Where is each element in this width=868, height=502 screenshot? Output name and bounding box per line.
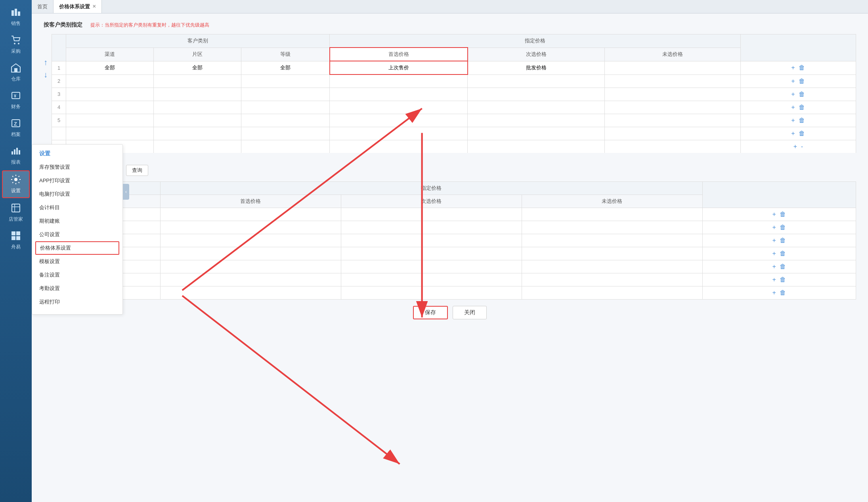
del-row-button[interactable]: 🗑 <box>778 211 787 218</box>
left-panel-item-attendance[interactable]: 考勤设置 <box>32 282 122 295</box>
top-table: 客户类别 指定价格 渠道 片区 等级 首选价格 次选价格 未选价格 <box>52 34 856 153</box>
sidebar-item-zhouyi[interactable]: 舟易 <box>2 227 30 254</box>
left-panel-item-template[interactable]: 模板设置 <box>32 255 122 268</box>
sidebar-item-shopkeeper[interactable]: 店管家 <box>2 200 30 226</box>
td-second-price[interactable]: 批发价格 <box>468 61 605 74</box>
add-row-button[interactable]: + <box>771 211 777 218</box>
tab-price-settings-label: 价格体系设置 <box>59 3 90 10</box>
main-area: 首页 价格体系设置 ✕ 按客户类别指定 提示：当所指定的客户类别有重复时，越往下… <box>32 0 868 502</box>
left-panel-item-pc-print[interactable]: 电脑打印设置 <box>32 187 122 201</box>
sidebar-item-settings[interactable]: 设置 <box>2 170 30 198</box>
add-row-button[interactable]: + <box>790 117 796 124</box>
td-level[interactable]: 全部 <box>241 61 329 74</box>
tab-home-label: 首页 <box>37 3 48 10</box>
sidebar-toggle-button[interactable]: ‹ <box>123 184 129 200</box>
tab-close-icon[interactable]: ✕ <box>92 4 96 9</box>
del-row-button[interactable]: 🗑 <box>797 91 806 98</box>
sidebar-item-finance[interactable]: ¥ 财务 <box>2 87 30 113</box>
del-row-button[interactable]: 🗑 <box>778 289 787 296</box>
svg-point-4 <box>18 43 19 44</box>
left-panel-item-company[interactable]: 公司设置 <box>32 228 122 241</box>
sidebar-item-warehouse-label: 仓库 <box>11 76 21 82</box>
sidebar-item-files[interactable]: Z 档案 <box>2 115 30 141</box>
th-actions <box>740 34 856 61</box>
table-row: 3 + 🗑 <box>52 88 856 101</box>
left-panel-item-stock-warning[interactable]: 库存预警设置 <box>32 160 122 174</box>
th-empty <box>52 34 66 61</box>
add-row-button[interactable]: + <box>771 237 777 244</box>
left-panel-item-init-account[interactable]: 期初建账 <box>32 214 122 228</box>
search-bar: 🔍 查询 <box>44 165 856 176</box>
del-row-button[interactable]: - <box>800 143 804 150</box>
svg-rect-13 <box>16 148 18 155</box>
td-area[interactable]: 全部 <box>153 61 241 74</box>
top-table-group-header: 客户类别 指定价格 <box>52 34 856 48</box>
sidebar-item-finance-label: 财务 <box>11 103 21 110</box>
add-row-button[interactable]: + <box>790 130 796 137</box>
del-row-button[interactable]: 🗑 <box>778 224 787 231</box>
left-panel-item-note[interactable]: 备注设置 <box>32 268 122 282</box>
del-row-button[interactable]: 🗑 <box>778 263 787 270</box>
table-row: + 🗑 <box>44 234 856 247</box>
save-button[interactable]: 保存 <box>413 306 448 319</box>
add-row-button[interactable]: + <box>771 250 777 257</box>
add-row-button[interactable]: + <box>790 91 796 98</box>
purchase-icon <box>11 35 21 47</box>
del-row-button[interactable]: 🗑 <box>797 130 806 137</box>
add-row-button[interactable]: + <box>771 289 777 296</box>
tab-home[interactable]: 首页 <box>32 0 54 13</box>
query-button[interactable]: 查询 <box>126 165 148 176</box>
th-third-price: 未选价格 <box>604 48 740 61</box>
add-row-button[interactable]: + <box>771 263 777 270</box>
table-row: + 🗑 <box>44 286 856 300</box>
del-row-button[interactable]: 🗑 <box>778 237 787 244</box>
add-row-button[interactable]: + <box>790 64 796 71</box>
sidebar: 销售 采购 仓库 ¥ 财务 Z 档案 报表 设置 <box>0 0 32 502</box>
td-third-price[interactable] <box>604 61 740 74</box>
del-row-button[interactable]: 🗑 <box>797 78 806 85</box>
sidebar-item-purchase-label: 采购 <box>11 48 21 55</box>
sidebar-item-warehouse[interactable]: 仓库 <box>2 59 30 86</box>
sidebar-item-reports[interactable]: 报表 <box>2 143 30 169</box>
content-area: 按客户类别指定 提示：当所指定的客户类别有重复时，越往下优先级越高 ↑ ↓ 客户… <box>32 13 868 502</box>
left-panel-item-remote-print[interactable]: 远程打印 <box>32 295 122 309</box>
sidebar-item-purchase[interactable]: 采购 <box>2 32 30 58</box>
td-first-price[interactable]: 上次售价 <box>330 61 468 74</box>
sort-up-button[interactable]: ↑ <box>44 58 48 67</box>
del-row-button[interactable]: 🗑 <box>797 64 806 71</box>
td-num: 1 <box>52 61 66 74</box>
svg-rect-17 <box>11 231 15 235</box>
left-panel-item-price-system[interactable]: 价格体系设置 <box>35 241 119 255</box>
del-row-button[interactable]: 🗑 <box>778 276 787 283</box>
del-row-button[interactable]: 🗑 <box>797 117 806 124</box>
add-row-button[interactable]: + <box>771 224 777 231</box>
th-actions2 <box>702 182 856 208</box>
td-channel[interactable]: 全部 <box>66 61 154 74</box>
th-level: 等级 <box>241 48 329 61</box>
sidebar-item-files-label: 档案 <box>11 131 21 138</box>
left-panel: 设置 库存预警设置 APP打印设置 电脑打印设置 会计科目 期初建账 公司设置 … <box>32 144 123 315</box>
tab-price-settings[interactable]: 价格体系设置 ✕ <box>54 0 102 13</box>
add-row-button[interactable]: + <box>790 104 796 111</box>
del-row-button[interactable]: 🗑 <box>797 104 806 111</box>
svg-text:¥: ¥ <box>14 94 17 98</box>
del-row-button[interactable]: 🗑 <box>778 250 787 257</box>
sidebar-item-reports-label: 报表 <box>11 159 21 166</box>
add-row-button[interactable]: + <box>771 276 777 283</box>
add-row-button[interactable]: + <box>790 78 796 85</box>
table-row: + 🗑 <box>44 273 856 286</box>
sidebar-item-sales[interactable]: 销售 <box>2 4 30 30</box>
left-panel-item-app-print[interactable]: APP打印设置 <box>32 174 122 187</box>
sidebar-item-shopkeeper-label: 店管家 <box>9 216 23 223</box>
top-section-title: 按客户类别指定 <box>44 21 82 29</box>
sort-down-button[interactable]: ↓ <box>44 70 48 79</box>
top-table-sub-header: 渠道 片区 等级 首选价格 次选价格 未选价格 <box>52 48 856 61</box>
close-button[interactable]: 关闭 <box>453 306 487 319</box>
svg-rect-1 <box>15 9 17 16</box>
bottom-section: 🔍 查询 客户 指定价格 首选价格 次选价格 未选价格 <box>44 165 856 319</box>
table-row: 5 + 🗑 <box>52 114 856 127</box>
left-panel-item-account[interactable]: 会计科目 <box>32 201 122 214</box>
add-row-button[interactable]: + <box>792 143 798 150</box>
table-row: 4 + 🗑 <box>52 101 856 114</box>
files-icon: Z <box>11 118 21 130</box>
